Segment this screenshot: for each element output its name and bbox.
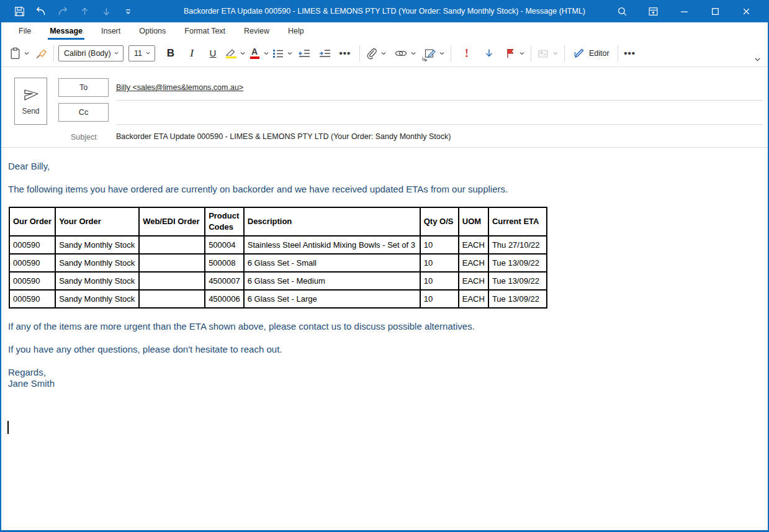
chevron-down-icon	[114, 50, 119, 56]
cc-field-underline	[116, 124, 763, 125]
table-cell	[139, 236, 205, 254]
message-header: Send To Cc Billy <sales@limes&lemons.com…	[1, 67, 768, 148]
table-cell: 6 Glass Set - Medium	[244, 272, 420, 290]
font-color-dropdown-chevron[interactable]	[262, 44, 271, 63]
table-cell	[139, 290, 205, 308]
text-highlight-icon[interactable]	[223, 44, 238, 63]
column-header: Your Order	[55, 207, 139, 236]
table-cell: 000590	[9, 272, 55, 290]
table-cell: Sandy Monthly Stock	[55, 290, 139, 308]
customize-quick-access-icon[interactable]	[121, 4, 135, 18]
attach-dropdown-chevron[interactable]	[379, 44, 388, 63]
outlook-message-window: Backorder ETA Update 000590 - LIMES & LE…	[0, 0, 769, 532]
bullets-icon[interactable]	[271, 44, 286, 63]
highlight-color-bar	[226, 56, 236, 59]
tab-help[interactable]: Help	[279, 22, 313, 40]
table-cell: 500008	[205, 254, 244, 272]
tab-insert[interactable]: Insert	[92, 22, 130, 40]
bold-button[interactable]: B	[163, 44, 178, 63]
send-button[interactable]: Send	[14, 78, 47, 125]
dialog-launcher-icon[interactable]	[421, 53, 428, 65]
bullets-dropdown-chevron[interactable]	[286, 44, 294, 63]
table-cell	[139, 254, 205, 272]
editor-label: Editor	[589, 49, 609, 58]
close-icon[interactable]	[738, 4, 754, 18]
tab-options[interactable]: Options	[130, 22, 175, 40]
font-color-icon[interactable]: A	[247, 44, 262, 63]
to-recipient[interactable]: Billy <sales@limes&lemons.com.au>	[116, 83, 243, 92]
paste-icon[interactable]	[7, 44, 22, 63]
italic-button[interactable]: I	[184, 44, 199, 63]
ribbon-display-options-icon[interactable]	[645, 4, 661, 18]
table-cell: Sandy Monthly Stock	[55, 236, 139, 254]
format-painter-icon[interactable]	[34, 44, 49, 63]
table-row: 000590Sandy Monthly Stock5000086 Glass S…	[9, 254, 547, 272]
font-name-value: Calibri (Body)	[64, 49, 111, 58]
tab-file[interactable]: File	[9, 22, 40, 40]
urgent-note-text: If any of the items are more urgent than…	[8, 321, 762, 332]
maximize-icon[interactable]	[707, 4, 723, 18]
column-header: Qty O/S	[420, 207, 459, 236]
table-cell: EACH	[459, 272, 488, 290]
tab-review[interactable]: Review	[235, 22, 279, 40]
column-header: Our Order	[9, 207, 55, 236]
ribbon-toolbar: Calibri (Body) 11 B I U A	[1, 40, 768, 67]
table-cell: 4500006	[205, 290, 244, 308]
table-cell: EACH	[459, 290, 488, 308]
chevron-down-icon	[145, 50, 151, 56]
cc-field[interactable]	[116, 107, 760, 119]
next-item-icon[interactable]	[99, 4, 113, 18]
cc-button[interactable]: Cc	[58, 103, 109, 122]
table-cell: 10	[420, 290, 459, 308]
link-icon[interactable]	[393, 44, 409, 63]
font-size-combo[interactable]: 11	[128, 45, 155, 61]
table-cell: EACH	[459, 254, 488, 272]
undo-icon[interactable]	[34, 4, 48, 18]
flag-dropdown-chevron[interactable]	[518, 44, 526, 63]
editor-button[interactable]: Editor	[569, 47, 613, 60]
subject-field[interactable]: Backorder ETA Update 000590 - LIMES & LE…	[116, 132, 760, 141]
signature-dropdown-chevron[interactable]	[438, 44, 446, 63]
tab-format-text[interactable]: Format Text	[175, 22, 235, 40]
table-cell: Sandy Monthly Stock	[55, 272, 139, 290]
to-button[interactable]: To	[58, 78, 109, 97]
decrease-indent-icon[interactable]	[297, 44, 312, 63]
attach-file-icon[interactable]	[364, 44, 379, 63]
table-cell: Tue 13/09/22	[488, 254, 547, 272]
toolbar-separator	[359, 45, 360, 61]
collapse-ribbon-chevron[interactable]	[753, 55, 762, 66]
link-dropdown-chevron[interactable]	[409, 44, 418, 63]
ribbon-more-options-icon[interactable]: •••	[623, 44, 637, 63]
minimize-icon[interactable]	[676, 4, 692, 18]
tab-message[interactable]: Message	[40, 22, 92, 40]
table-cell	[139, 272, 205, 290]
low-importance-icon[interactable]	[482, 44, 497, 63]
redo-icon[interactable]	[56, 4, 70, 18]
column-header: UOM	[459, 207, 488, 236]
add-in-icon[interactable]	[536, 44, 551, 63]
table-cell: Sandy Monthly Stock	[55, 254, 139, 272]
greeting-text: Dear Billy,	[8, 161, 762, 172]
font-name-combo[interactable]: Calibri (Body)	[58, 45, 124, 61]
table-cell: 10	[420, 236, 459, 254]
add-in-dropdown-chevron[interactable]	[551, 44, 560, 63]
highlight-dropdown-chevron[interactable]	[238, 44, 247, 63]
toolbar-separator	[564, 45, 565, 61]
previous-item-icon[interactable]	[78, 4, 91, 18]
subject-label: Subject	[71, 133, 97, 142]
message-body-editor[interactable]: Dear Billy, The following items you have…	[1, 148, 768, 389]
search-icon[interactable]	[614, 4, 630, 18]
high-importance-icon[interactable]: !	[459, 44, 474, 63]
increase-indent-icon[interactable]	[317, 44, 333, 63]
paste-dropdown-chevron[interactable]	[22, 44, 31, 63]
table-cell: Stainless Steel Antiskid Mixing Bowls - …	[244, 236, 420, 254]
table-cell: Thu 27/10/22	[488, 236, 547, 254]
follow-up-flag-icon[interactable]	[503, 44, 518, 63]
underline-button[interactable]: U	[205, 44, 220, 63]
table-cell: Tue 13/09/22	[488, 290, 547, 308]
table-cell: EACH	[459, 236, 488, 254]
paragraph-more-options-icon[interactable]: •••	[338, 44, 353, 63]
save-icon[interactable]	[12, 4, 26, 18]
intro-text: The following items you have ordered are…	[8, 184, 762, 195]
ribbon-tab-bar: File Message Insert Options Format Text …	[1, 22, 768, 40]
